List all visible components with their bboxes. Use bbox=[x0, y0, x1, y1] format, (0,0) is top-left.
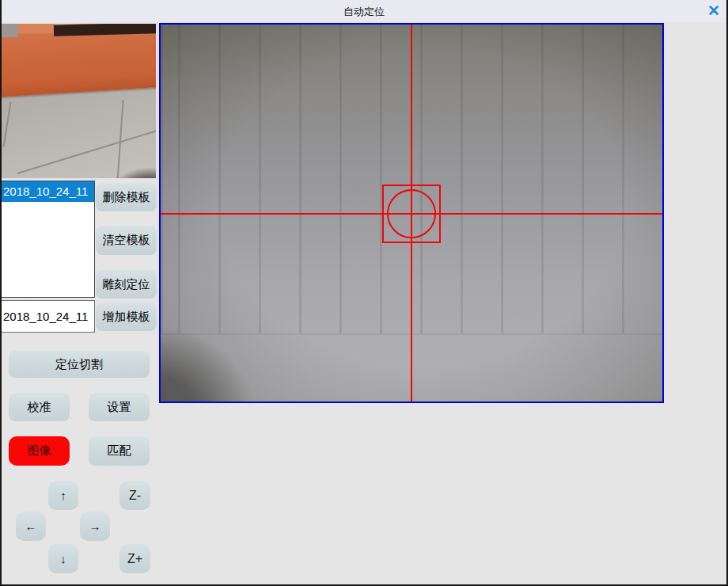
roi-circle bbox=[387, 189, 436, 238]
preview-orange-patch bbox=[18, 24, 55, 33]
z-minus-button[interactable]: Z- bbox=[119, 481, 150, 510]
camera-image bbox=[161, 25, 662, 401]
close-icon: ✕ bbox=[707, 2, 720, 19]
preview-dark-blob bbox=[103, 168, 156, 178]
window-title: 自动定位 bbox=[0, 5, 728, 19]
add-template-button[interactable]: 增加模板 bbox=[96, 303, 157, 331]
title-bar: 自动定位 ✕ bbox=[0, 0, 728, 22]
jog-left-button[interactable]: ← bbox=[16, 512, 46, 541]
template-list-item[interactable]: 2018_10_24_11 bbox=[2, 181, 94, 202]
preview-tile-line bbox=[2, 101, 11, 147]
arrow-down-icon: ↓ bbox=[60, 552, 66, 565]
match-button[interactable]: 匹配 bbox=[89, 436, 150, 466]
jog-up-button[interactable]: ↑ bbox=[48, 481, 78, 510]
template-list[interactable]: 2018_10_24_11 bbox=[1, 181, 95, 298]
camera-view[interactable] bbox=[159, 23, 664, 403]
arrow-right-icon: → bbox=[89, 519, 101, 533]
preview-tile-line bbox=[116, 100, 123, 178]
close-button[interactable]: ✕ bbox=[704, 2, 723, 21]
clear-templates-button[interactable]: 清空模板 bbox=[96, 226, 157, 255]
z-plus-button[interactable]: Z+ bbox=[119, 544, 150, 573]
settings-button[interactable]: 设置 bbox=[89, 393, 150, 421]
auto-position-window: 自动定位 ✕ 2018_10_24_11 删除模板 清空模板 雕刻定位 增加模板… bbox=[0, 0, 728, 586]
preview-gray-block bbox=[2, 24, 18, 37]
calibrate-button[interactable]: 校准 bbox=[9, 393, 70, 421]
template-preview-image bbox=[2, 24, 156, 178]
position-cut-button[interactable]: 定位切割 bbox=[9, 351, 150, 378]
jog-right-button[interactable]: → bbox=[80, 512, 110, 541]
arrow-up-icon: ↑ bbox=[60, 489, 66, 502]
template-name-input[interactable] bbox=[1, 300, 95, 333]
arrow-left-icon: ← bbox=[25, 519, 37, 533]
image-button[interactable]: 图像 bbox=[9, 436, 70, 466]
jog-down-button[interactable]: ↓ bbox=[48, 544, 78, 573]
camera-corner-shadow bbox=[161, 325, 256, 401]
engrave-position-button[interactable]: 雕刻定位 bbox=[96, 270, 157, 299]
delete-template-button[interactable]: 删除模板 bbox=[96, 183, 157, 211]
